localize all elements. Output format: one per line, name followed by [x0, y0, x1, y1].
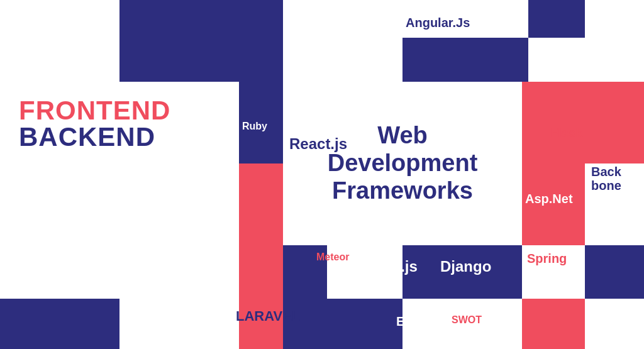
deco-block-bottom-left — [0, 299, 119, 349]
aspnet-label: Asp.Net — [525, 192, 573, 206]
reactjs-label: React.js — [289, 135, 347, 153]
description-text: A web development framework, also known … — [19, 173, 226, 243]
deco-swot-bg — [522, 299, 585, 349]
ruby-label: Ruby — [242, 121, 267, 132]
deco-block-flask-area — [522, 82, 644, 163]
django-label: Django — [440, 258, 491, 275]
deco-block-bottom-6 — [327, 299, 402, 349]
laravel-label: LARAVEL — [236, 308, 300, 324]
deco-block-b16 — [585, 299, 644, 349]
deco-block-bottom-left-white — [119, 299, 239, 349]
backbone-label: Backbone — [591, 165, 621, 192]
vuejs-label: Vue.js — [374, 258, 418, 275]
title-backend: BACKEND — [19, 124, 170, 150]
page-container: Web Development Frameworks FRONTEND BACK… — [0, 0, 644, 349]
ember-label: Ember — [396, 314, 435, 329]
meteor-label: Meteor — [316, 252, 349, 263]
swot-label: SWOT — [452, 314, 482, 326]
deco-block-top-right-white-area — [119, 0, 239, 82]
center-title: Web Development Frameworks — [328, 122, 478, 204]
deco-block-b12 — [585, 245, 644, 299]
deco-block-1 — [239, 0, 283, 82]
deco-block-4 — [528, 0, 585, 38]
title-frontend: FRONTEND — [19, 97, 170, 124]
flask-label: Flask — [550, 126, 582, 140]
deco-block-7 — [528, 38, 644, 82]
spring-label: Spring — [527, 252, 567, 266]
center-block: Web Development Frameworks — [283, 82, 522, 245]
angularjs-label: Angular.Js — [406, 16, 470, 30]
deco-block-2 — [283, 0, 402, 82]
deco-block-5 — [585, 0, 644, 38]
title-area: FRONTEND BACKEND — [19, 97, 170, 150]
deco-block-6 — [402, 38, 528, 82]
